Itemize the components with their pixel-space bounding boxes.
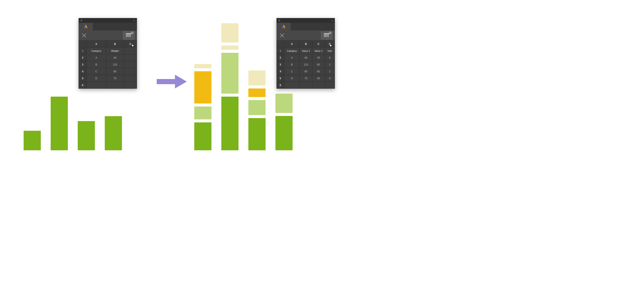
table-row[interactable]: 6: [277, 82, 335, 89]
table-cell[interactable]: 70: [300, 75, 312, 82]
col-header[interactable]: C: [312, 40, 324, 48]
data-table-right[interactable]: ABCD1CategoryValue 1Value 2Valu2A403063B…: [276, 40, 335, 89]
table-cell[interactable]: 80: [312, 61, 324, 68]
row-number[interactable]: 6: [277, 82, 284, 89]
logo-icon: [281, 24, 286, 29]
table-cell[interactable]: C: [87, 68, 106, 75]
table-cell[interactable]: Category: [87, 48, 106, 54]
table-cell[interactable]: [124, 54, 137, 61]
row-number[interactable]: 5: [79, 75, 87, 82]
table-cell[interactable]: 2: [325, 68, 335, 75]
row-number[interactable]: 1: [79, 48, 87, 54]
bar-segment: [221, 53, 238, 94]
table-row[interactable]: 4C60: [79, 68, 137, 75]
table-cell[interactable]: 60: [300, 68, 312, 75]
table-cell[interactable]: C: [284, 68, 300, 75]
table-cell[interactable]: 30: [312, 54, 324, 61]
table-cell[interactable]: [325, 82, 335, 89]
table-cell[interactable]: [124, 75, 137, 82]
clear-icon[interactable]: [82, 33, 87, 38]
col-header[interactable]: A: [87, 40, 106, 48]
table-row[interactable]: 6: [79, 82, 137, 89]
table-cell[interactable]: 60: [106, 68, 124, 75]
svg-rect-15: [325, 36, 326, 37]
row-number[interactable]: 4: [79, 68, 87, 75]
row-number[interactable]: 2: [79, 54, 87, 61]
table-cell[interactable]: 40: [300, 54, 312, 61]
close-icon[interactable]: ✕: [80, 19, 83, 22]
svg-rect-3: [128, 34, 130, 36]
table-row[interactable]: 1CategoryWeight: [79, 48, 137, 54]
table-cell[interactable]: B: [87, 61, 106, 68]
table-cell[interactable]: 70: [106, 75, 124, 82]
col-header[interactable]: B: [106, 40, 124, 48]
panel-titlebar[interactable]: ✕ ‹‹: [276, 18, 335, 23]
table-row[interactable]: 5D70: [79, 75, 137, 82]
table-cell[interactable]: 1: [325, 61, 335, 68]
table-cell[interactable]: D: [87, 75, 106, 82]
col-header[interactable]: A: [284, 40, 300, 48]
panel-tab-logo[interactable]: [276, 23, 291, 30]
table-cell[interactable]: [124, 68, 137, 75]
collapse-icon[interactable]: ‹‹: [331, 19, 333, 22]
row-header-corner[interactable]: [277, 40, 284, 48]
table-cell[interactable]: [312, 82, 324, 89]
table-row[interactable]: 1CategoryValue 1Value 2Valu: [277, 48, 335, 54]
panel-titlebar[interactable]: ✕ ‹‹: [78, 18, 137, 23]
row-number[interactable]: 5: [277, 75, 284, 82]
panel-tab-logo[interactable]: [78, 23, 93, 30]
table-cell[interactable]: 110: [300, 61, 312, 68]
row-number[interactable]: 3: [277, 61, 284, 68]
table-row[interactable]: 5D70400: [277, 75, 335, 82]
row-number[interactable]: 2: [277, 54, 284, 61]
table-cell[interactable]: [87, 82, 106, 89]
svg-rect-11: [325, 34, 326, 36]
table-cell[interactable]: [124, 61, 137, 68]
table-cell[interactable]: [284, 82, 300, 89]
table-cell[interactable]: 40: [106, 54, 124, 61]
table-cell[interactable]: [124, 82, 137, 89]
row-header-corner[interactable]: [79, 40, 87, 48]
table-row[interactable]: 4C60602: [277, 68, 335, 75]
collapse-icon[interactable]: ‹‹: [133, 19, 135, 22]
table-cell[interactable]: [106, 82, 124, 89]
panel-toolbar: [78, 30, 137, 40]
clear-icon[interactable]: [280, 33, 285, 38]
col-header[interactable]: B: [300, 40, 312, 48]
table-cell[interactable]: [300, 82, 312, 89]
table-cell[interactable]: Category: [284, 48, 300, 54]
row-number[interactable]: 3: [79, 61, 87, 68]
close-icon[interactable]: ✕: [278, 19, 280, 22]
table-cell[interactable]: 60: [312, 68, 324, 75]
bar-segment: [194, 106, 212, 120]
table-row[interactable]: 3B110801: [277, 61, 335, 68]
svg-rect-1: [126, 34, 127, 36]
table-row[interactable]: 2A40: [79, 54, 137, 61]
bar-segment: [248, 88, 266, 97]
table-row[interactable]: 2A40306: [277, 54, 335, 61]
row-number[interactable]: 1: [277, 48, 284, 54]
table-mode-button[interactable]: [321, 31, 333, 40]
table-cell[interactable]: 6: [325, 54, 335, 61]
panel-tabbar: [78, 23, 137, 30]
table-cell[interactable]: A: [87, 54, 106, 61]
table-cell[interactable]: B: [284, 61, 300, 68]
table-cell[interactable]: D: [284, 75, 300, 82]
table-cell[interactable]: A: [284, 54, 300, 61]
table-cell[interactable]: 0: [325, 75, 335, 82]
svg-rect-12: [326, 34, 327, 36]
cursor-pointer-icon: [328, 43, 334, 50]
table-row[interactable]: 3B110: [79, 61, 137, 68]
table-cell[interactable]: Value 2: [312, 48, 324, 54]
data-table-left[interactable]: ABC1CategoryWeight2A403B1104C605D706: [78, 40, 137, 89]
row-number[interactable]: 6: [79, 82, 87, 89]
table-cell[interactable]: 40: [312, 75, 324, 82]
stacked-bar-D: [276, 94, 292, 150]
table-cell[interactable]: Value 1: [300, 48, 312, 54]
table-cell[interactable]: Weight: [106, 48, 124, 54]
table-mode-button[interactable]: [123, 31, 135, 40]
row-number[interactable]: 4: [277, 68, 284, 75]
svg-rect-0: [126, 33, 132, 34]
bar-B: [51, 96, 68, 150]
table-cell[interactable]: 110: [106, 61, 124, 68]
